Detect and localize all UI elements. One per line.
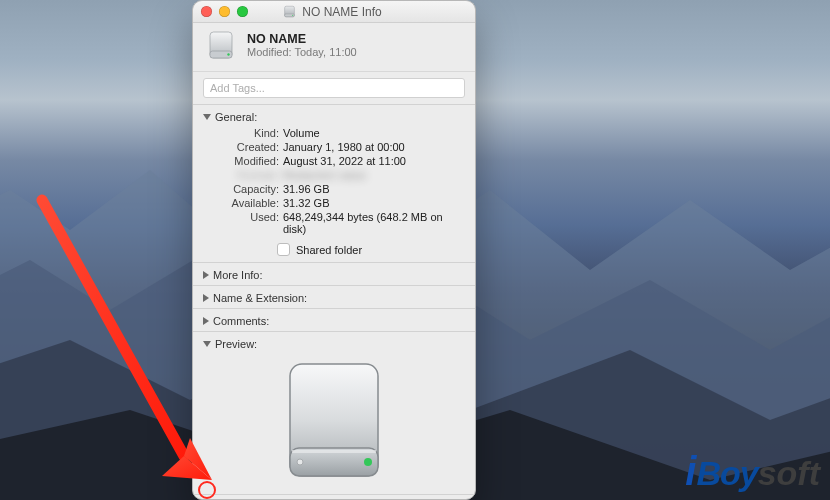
disclosure-preview[interactable]: Preview: <box>193 332 475 354</box>
svg-point-2 <box>293 15 294 16</box>
zoom-icon[interactable] <box>237 6 248 17</box>
value-used: 648,249,344 bytes (648.2 MB on disk) <box>283 211 457 235</box>
chevron-down-icon <box>203 341 211 347</box>
label-kind: Kind: <box>203 127 279 139</box>
chevron-right-icon <box>203 317 209 325</box>
svg-point-9 <box>364 458 372 466</box>
label-available: Available: <box>203 197 279 209</box>
value-available: 31.32 GB <box>283 197 457 209</box>
volume-icon-large <box>270 356 398 484</box>
shared-folder-label: Shared folder <box>296 244 362 256</box>
disclosure-name-extension[interactable]: Name & Extension: <box>193 286 475 308</box>
watermark-logo: iBoysoft <box>685 449 820 494</box>
volume-icon-small <box>283 5 296 18</box>
chevron-down-icon <box>203 114 211 120</box>
value-redacted: Redacted value <box>283 169 457 181</box>
value-capacity: 31.96 GB <box>283 183 457 195</box>
disclosure-comments[interactable]: Comments: <box>193 309 475 331</box>
label-created: Created: <box>203 141 279 153</box>
value-kind: Volume <box>283 127 457 139</box>
volume-modified: Modified: Today, 11:00 <box>247 46 357 58</box>
disclosure-sharing-permissions[interactable]: Sharing & Permissions: <box>193 495 475 500</box>
close-icon[interactable] <box>201 6 212 17</box>
disclosure-more-info[interactable]: More Info: <box>193 263 475 285</box>
get-info-window: NO NAME Info NO NAME Modified: Today, 11… <box>192 0 476 500</box>
svg-rect-8 <box>292 450 376 453</box>
tags-input[interactable] <box>210 82 458 94</box>
header: NO NAME Modified: Today, 11:00 <box>193 23 475 72</box>
shared-folder-checkbox[interactable] <box>277 243 290 256</box>
svg-point-5 <box>227 53 229 55</box>
general-info: Kind: Volume Created: January 1, 1980 at… <box>193 127 475 235</box>
value-created: January 1, 1980 at 00:00 <box>283 141 457 153</box>
label-redacted: Format: <box>203 169 279 181</box>
chevron-right-icon <box>203 271 209 279</box>
disclosure-general[interactable]: General: <box>193 105 475 127</box>
tags-field[interactable] <box>203 78 465 98</box>
volume-icon <box>205 29 237 61</box>
label-used: Used: <box>203 211 279 235</box>
value-modified: August 31, 2022 at 11:00 <box>283 155 457 167</box>
preview-image <box>193 354 475 494</box>
minimize-icon[interactable] <box>219 6 230 17</box>
window-title: NO NAME Info <box>302 5 381 19</box>
label-capacity: Capacity: <box>203 183 279 195</box>
label-modified: Modified: <box>203 155 279 167</box>
svg-point-10 <box>297 459 303 465</box>
titlebar[interactable]: NO NAME Info <box>193 1 475 23</box>
chevron-right-icon <box>203 294 209 302</box>
volume-name: NO NAME <box>247 32 357 46</box>
